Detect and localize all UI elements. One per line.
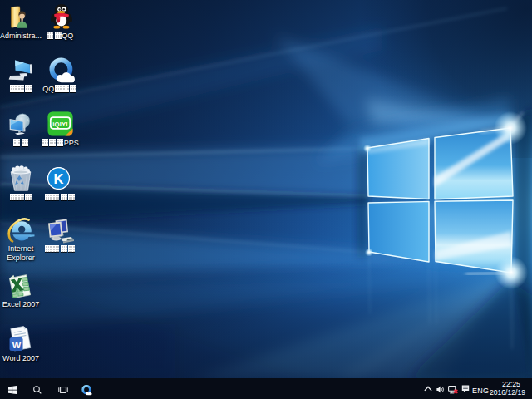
svg-text:iQIYI: iQIYI — [52, 121, 67, 128]
svg-text:K: K — [54, 171, 64, 186]
svg-text:W: W — [12, 340, 22, 350]
